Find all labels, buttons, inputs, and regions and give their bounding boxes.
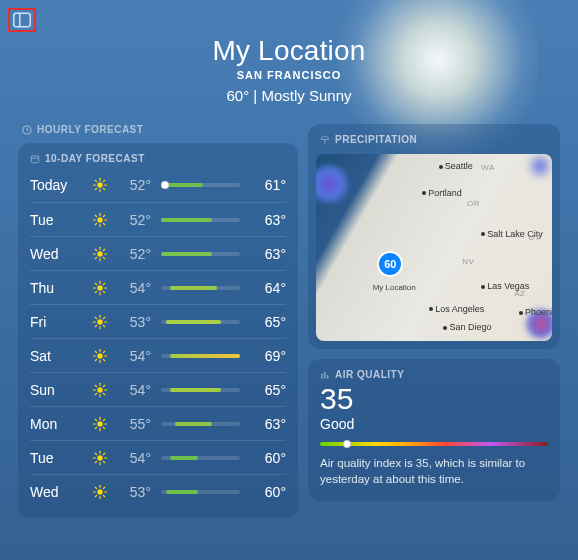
forecast-low: 52° (115, 177, 151, 193)
forecast-range-bar (161, 354, 240, 358)
forecast-day: Sat (30, 348, 85, 364)
svg-point-23 (97, 251, 102, 256)
forecast-row[interactable]: Fri53°65° (30, 304, 286, 338)
sidebar-toggle-button[interactable] (8, 8, 36, 32)
hourly-forecast-label: HOURLY FORECAST (22, 124, 298, 135)
forecast-row[interactable]: Wed52°63° (30, 236, 286, 270)
precipitation-label: PRECIPITATION (320, 134, 548, 145)
air-quality-label: AIR QUALITY (320, 369, 548, 380)
location-header: My Location SAN FRANCISCO 60° | Mostly S… (0, 0, 578, 104)
svg-line-29 (103, 257, 104, 258)
current-condition: Mostly Sunny (261, 87, 351, 104)
forecast-range-bar (161, 218, 240, 222)
air-quality-description: Air quality index is 35, which is simila… (320, 456, 548, 487)
forecast-day: Wed (30, 246, 85, 262)
svg-line-39 (95, 291, 96, 292)
forecast-range-bar (161, 252, 240, 256)
svg-line-20 (103, 223, 104, 224)
svg-point-41 (97, 319, 102, 324)
svg-rect-95 (321, 373, 323, 378)
svg-line-64 (95, 385, 96, 386)
forecast-row[interactable]: Sun54°65° (30, 372, 286, 406)
svg-line-46 (95, 317, 96, 318)
svg-point-32 (97, 285, 102, 290)
svg-line-84 (95, 461, 96, 462)
svg-line-74 (103, 427, 104, 428)
svg-line-57 (95, 359, 96, 360)
air-quality-value: 35 (320, 384, 548, 414)
sun-icon (85, 416, 115, 432)
current-temp: 60° (227, 87, 250, 104)
forecast-range-bar (161, 320, 240, 324)
map-city-label: Phoenix (519, 307, 552, 317)
precipitation-blob (526, 154, 552, 180)
map-state-label: AZ (514, 289, 525, 298)
svg-point-50 (97, 353, 102, 358)
svg-line-13 (103, 180, 104, 181)
forecast-day: Tue (30, 450, 85, 466)
svg-line-22 (103, 215, 104, 216)
separator: | (249, 87, 261, 104)
forecast-low: 52° (115, 212, 151, 228)
svg-line-47 (103, 325, 104, 326)
svg-point-59 (97, 387, 102, 392)
forecast-row[interactable]: Mon55°63° (30, 406, 286, 440)
map-city-label: Portland (422, 188, 462, 198)
svg-point-14 (97, 217, 102, 222)
svg-line-92 (103, 495, 104, 496)
svg-line-58 (103, 351, 104, 352)
location-pin[interactable]: 60 (377, 251, 403, 277)
forecast-row[interactable]: Tue54°60° (30, 440, 286, 474)
svg-line-10 (95, 180, 96, 181)
svg-line-56 (103, 359, 104, 360)
svg-line-67 (103, 385, 104, 386)
svg-line-21 (95, 223, 96, 224)
svg-line-82 (95, 453, 96, 454)
toolbar (8, 8, 36, 32)
forecast-low: 55° (115, 416, 151, 432)
svg-rect-0 (14, 13, 31, 27)
svg-line-66 (95, 393, 96, 394)
forecast-range-bar (161, 456, 240, 460)
ten-day-forecast-label: 10-DAY FORECAST (30, 153, 286, 164)
forecast-row[interactable]: Sat54°69° (30, 338, 286, 372)
forecast-row[interactable]: Wed53°60° (30, 474, 286, 508)
ten-day-forecast-card[interactable]: 10-DAY FORECAST Today52°61°Tue52°63°Wed5… (18, 143, 298, 518)
svg-point-77 (97, 455, 102, 460)
sun-icon (85, 348, 115, 364)
sun-icon (85, 314, 115, 330)
forecast-low: 53° (115, 484, 151, 500)
svg-line-91 (95, 487, 96, 488)
forecast-low: 54° (115, 382, 151, 398)
location-conditions: 60° | Mostly Sunny (0, 87, 578, 104)
sun-icon (85, 212, 115, 228)
svg-line-49 (103, 317, 104, 318)
sun-icon (85, 484, 115, 500)
forecast-low: 54° (115, 280, 151, 296)
forecast-high: 64° (250, 280, 286, 296)
forecast-row[interactable]: Today52°61° (30, 168, 286, 202)
location-city: SAN FRANCISCO (0, 69, 578, 81)
forecast-high: 65° (250, 314, 286, 330)
sun-icon (85, 450, 115, 466)
location-title: My Location (0, 35, 578, 67)
clock-icon (22, 125, 32, 135)
svg-line-83 (103, 461, 104, 462)
precipitation-map[interactable]: 60 My Location SeattlePortlandSalt Lake … (316, 154, 552, 341)
sun-icon (85, 246, 115, 262)
svg-line-55 (95, 351, 96, 352)
sun-icon (85, 382, 115, 398)
forecast-low: 53° (115, 314, 151, 330)
forecast-row[interactable]: Tue52°63° (30, 202, 286, 236)
precipitation-card[interactable]: PRECIPITATION 60 My Location SeattlePort… (308, 124, 560, 349)
map-state-label: NV (462, 257, 474, 266)
map-state-label: OR (467, 199, 480, 208)
forecast-high: 63° (250, 416, 286, 432)
svg-line-48 (95, 325, 96, 326)
map-state-label: WA (481, 163, 495, 172)
forecast-day: Wed (30, 484, 85, 500)
air-quality-card[interactable]: AIR QUALITY 35 Good Air quality index is… (308, 359, 560, 501)
forecast-row[interactable]: Thu54°64° (30, 270, 286, 304)
map-state-label: UT (528, 233, 540, 242)
svg-rect-96 (324, 371, 326, 378)
